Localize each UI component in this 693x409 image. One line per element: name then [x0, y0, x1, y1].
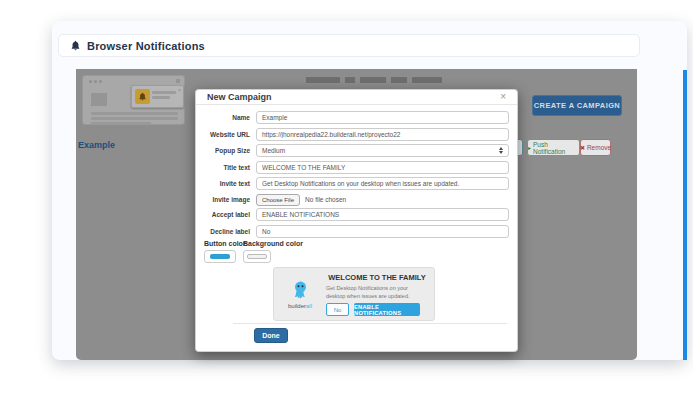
form-row-name: Name [206, 111, 509, 124]
push-icon: ▸ [528, 144, 531, 151]
right-edge-accent [683, 70, 687, 360]
page-header: Browser Notifications [58, 34, 640, 57]
form-row-invite-text: Invite text [206, 177, 509, 190]
title-text-label: Title text [206, 164, 250, 171]
title-text-input[interactable] [256, 161, 509, 174]
popup-size-select[interactable]: Medium [256, 144, 509, 157]
accept-label-input[interactable] [256, 208, 509, 221]
select-stepper-icon [499, 147, 503, 154]
brand-logo: builderall [274, 268, 326, 320]
modal-footer-divider [233, 323, 507, 324]
form-row-accept-label: Accept label [206, 208, 509, 221]
background-color-value [247, 254, 267, 259]
bell-icon [70, 40, 81, 51]
popup-size-value: Medium [262, 147, 285, 154]
campaign-name-link[interactable]: Example [78, 140, 115, 150]
push-notification-button[interactable]: ▸ Push Notification [527, 139, 580, 156]
builderall-mascot-icon [292, 280, 309, 301]
push-notification-label: Push Notification [533, 141, 579, 155]
button-color-value [210, 254, 230, 259]
new-campaign-modal: New Campaign × Name Website URL Popup Si… [195, 89, 518, 352]
background-color-label: Background color [243, 240, 303, 247]
button-color-label: Button color [204, 240, 246, 247]
form-row-website-url: Website URL [206, 128, 509, 141]
notification-preview-card: builderall WELCOME TO THE FAMILY Get Des… [273, 267, 435, 321]
preview-body-text: Get Desktop Notifications on your deskto… [326, 285, 420, 300]
form-row-invite-image: Invite image Choose File No file chosen [206, 193, 509, 206]
website-url-input[interactable] [256, 128, 509, 141]
brand-name: builderall [288, 303, 312, 309]
choose-file-button[interactable]: Choose File [256, 194, 300, 206]
form-row-title-text: Title text [206, 161, 509, 174]
name-input[interactable] [256, 111, 509, 124]
preview-buttons: No ENABLE NOTIFICATIONS [326, 303, 428, 316]
background-color-swatch[interactable] [243, 250, 271, 263]
remove-label: Remove [587, 144, 611, 151]
form-row-decline-label: Decline label [206, 225, 509, 238]
file-status-text: No file chosen [305, 196, 346, 203]
remove-button[interactable]: ✖ Remove [580, 139, 611, 156]
clipped-heading-text [306, 77, 442, 83]
modal-title: New Campaign [207, 92, 272, 102]
preview-accept-button[interactable]: ENABLE NOTIFICATIONS [354, 303, 420, 316]
decline-label-input[interactable] [256, 225, 509, 238]
accept-label-label: Accept label [206, 211, 250, 218]
invite-image-label: Invite image [206, 196, 250, 203]
website-url-label: Website URL [206, 131, 250, 138]
decline-label-label: Decline label [206, 228, 250, 235]
browser-preview-illustration: × [82, 75, 185, 125]
done-button[interactable]: Done [254, 328, 288, 343]
window-dots-icon [89, 80, 102, 83]
popup-size-label: Popup Size [206, 147, 250, 154]
page-title: Browser Notifications [87, 40, 205, 52]
remove-x-icon: ✖ [580, 144, 585, 151]
modal-header: New Campaign × [196, 90, 517, 105]
preview-title: WELCOME TO THE FAMILY [326, 273, 428, 282]
invite-text-input[interactable] [256, 177, 509, 190]
button-color-swatch[interactable] [204, 250, 236, 263]
name-label: Name [206, 114, 250, 121]
notification-popup-illustration: × [131, 85, 184, 108]
warning-bell-icon [135, 89, 150, 104]
modal-close-icon[interactable]: × [500, 92, 506, 102]
close-icon: × [178, 87, 181, 93]
form-row-popup-size: Popup Size Medium [206, 144, 509, 157]
window-button-icon [176, 79, 180, 83]
invite-text-label: Invite text [206, 180, 250, 187]
placeholder-avatar [91, 93, 107, 106]
preview-decline-button[interactable]: No [326, 303, 349, 316]
preview-content: WELCOME TO THE FAMILY Get Desktop Notifi… [326, 268, 434, 320]
create-campaign-button[interactable]: CREATE A CAMPAIGN [532, 95, 622, 116]
